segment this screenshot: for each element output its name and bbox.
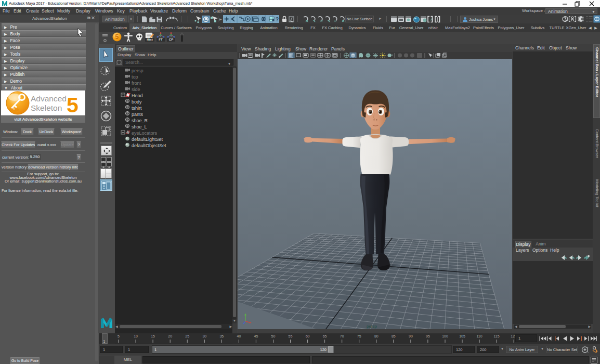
svg-text:25: 25: [185, 334, 189, 338]
svg-text:Advanced: Advanced: [31, 94, 67, 103]
svg-text:100: 100: [442, 334, 448, 338]
svg-text:65: 65: [323, 334, 327, 338]
svg-text:95: 95: [426, 334, 430, 338]
svg-text:side: side: [132, 87, 140, 92]
svg-text:105: 105: [459, 334, 465, 338]
svg-text:body: body: [132, 99, 142, 105]
svg-text:35: 35: [219, 334, 224, 338]
svg-text:persp: persp: [132, 68, 144, 73]
svg-text:75: 75: [357, 334, 361, 338]
svg-text:60: 60: [306, 334, 310, 338]
svg-text:eyeLocators: eyeLocators: [132, 131, 158, 136]
svg-text:5: 5: [118, 334, 120, 338]
svg-text:5: 5: [115, 33, 119, 41]
svg-text:40: 40: [237, 334, 241, 338]
svg-text:55: 55: [289, 334, 293, 338]
svg-text:70: 70: [340, 334, 344, 338]
svg-text:20: 20: [168, 334, 172, 338]
svg-text:persp: persp: [367, 324, 377, 329]
svg-text:5: 5: [67, 93, 79, 115]
svg-text:defaultObjectSet: defaultObjectSet: [132, 143, 166, 148]
svg-text:50: 50: [271, 334, 276, 338]
svg-text:?: ?: [276, 17, 279, 22]
svg-text:45: 45: [254, 334, 258, 338]
svg-text:30: 30: [202, 334, 206, 338]
svg-text:80: 80: [374, 334, 379, 338]
svg-text:shoe_R: shoe_R: [132, 118, 148, 123]
svg-text:Head: Head: [132, 93, 143, 98]
svg-text:front: front: [132, 81, 141, 86]
svg-text:85: 85: [392, 334, 396, 338]
svg-text:Skeleton: Skeleton: [31, 103, 62, 112]
svg-text:tshirt: tshirt: [132, 106, 142, 111]
svg-text:shoe_L: shoe_L: [132, 124, 147, 129]
svg-text:10: 10: [134, 334, 138, 338]
svg-text:top: top: [132, 74, 138, 80]
svg-text:defaultLightSet: defaultLightSet: [132, 137, 163, 142]
svg-text:pants: pants: [132, 112, 144, 117]
svg-text:115: 115: [494, 334, 500, 338]
svg-text:110: 110: [477, 334, 482, 338]
svg-text:15: 15: [151, 334, 155, 338]
svg-text:90: 90: [409, 334, 413, 338]
